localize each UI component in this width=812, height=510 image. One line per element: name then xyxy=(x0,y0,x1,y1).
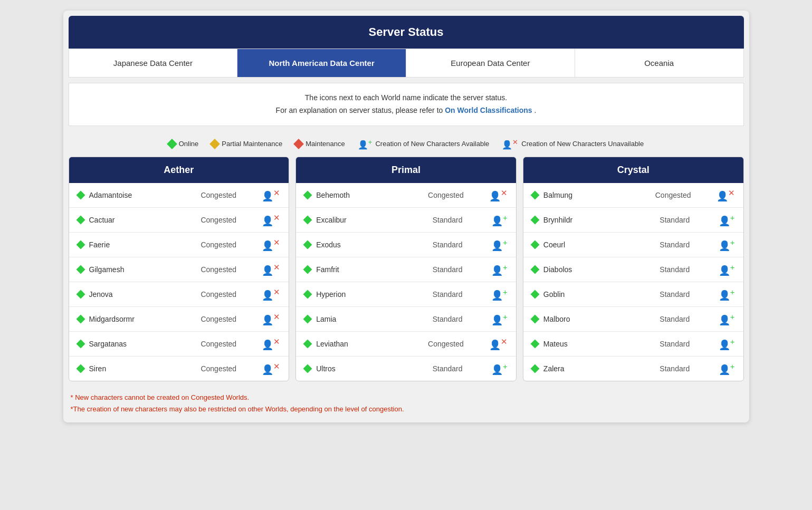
maintenance-diamond-icon xyxy=(293,139,304,149)
dc-aether-header: Aether xyxy=(69,157,289,183)
online-icon xyxy=(76,265,85,274)
char-unavail-icon: 👤✕ xyxy=(502,139,518,149)
server-status: Standard xyxy=(631,340,719,348)
info-box: The icons next to each World name indica… xyxy=(69,83,744,126)
tab-oceania[interactable]: Oceania xyxy=(575,49,743,77)
legend-char-avail-label: Creation of New Characters Available xyxy=(375,140,489,148)
tab-european[interactable]: European Data Center xyxy=(406,49,575,77)
server-name: Midgardsormr xyxy=(89,315,176,323)
server-name: Zalera xyxy=(543,364,631,373)
table-row: Goblin Standard 👤+ xyxy=(523,282,743,307)
table-row: Gilgamesh Congested 👤✕ xyxy=(69,257,289,282)
server-name: Exodus xyxy=(316,240,404,249)
online-icon xyxy=(303,265,312,274)
char-status-icon: 👤✕ xyxy=(262,337,280,351)
table-row: Cactuar Congested 👤✕ xyxy=(69,208,289,233)
table-row: Leviathan Congested 👤✕ xyxy=(296,332,516,357)
char-status-icon: 👤✕ xyxy=(262,362,280,376)
online-icon xyxy=(530,265,539,274)
char-status-icon: 👤✕ xyxy=(262,287,280,301)
legend-partial: Partial Maintenance xyxy=(211,140,282,148)
online-icon xyxy=(76,290,85,299)
table-row: Midgardsormr Congested 👤✕ xyxy=(69,307,289,332)
dc-primal: Primal Behemoth Congested 👤✕ Excalibur S… xyxy=(295,157,517,381)
online-icon xyxy=(303,190,312,199)
server-name: Ultros xyxy=(316,364,404,373)
server-name: Balmung xyxy=(543,191,630,199)
online-icon xyxy=(530,314,539,323)
server-name: Behemoth xyxy=(316,191,403,199)
char-status-icon: 👤✕ xyxy=(262,312,280,326)
online-icon xyxy=(303,290,312,299)
char-status-icon: 👤+ xyxy=(491,238,508,252)
table-row: Malboro Standard 👤+ xyxy=(523,307,743,332)
table-row: Sargatanas Congested 👤✕ xyxy=(69,332,289,357)
char-status-icon: 👤+ xyxy=(719,263,735,276)
tab-north-american[interactable]: North American Data Center xyxy=(237,49,406,77)
legend-maintenance: Maintenance xyxy=(295,140,345,148)
server-status: Congested xyxy=(175,265,262,274)
server-status: Standard xyxy=(631,290,719,299)
info-line1: The icons next to each World name indica… xyxy=(80,92,733,104)
tab-japanese[interactable]: Japanese Data Center xyxy=(69,49,238,77)
online-diamond-icon xyxy=(167,139,177,149)
server-status: Standard xyxy=(404,364,491,373)
server-name: Excalibur xyxy=(316,216,404,224)
page-title: Server Status xyxy=(69,16,744,49)
online-icon xyxy=(76,215,85,224)
server-status: Standard xyxy=(631,240,719,249)
char-status-icon: 👤+ xyxy=(491,263,508,276)
server-name: Adamantoise xyxy=(89,191,176,199)
main-container: Server Status Japanese Data Center North… xyxy=(63,11,749,422)
legend-char-unavail-label: Creation of New Characters Unavailable xyxy=(521,140,644,148)
table-row: Diabolos Standard 👤+ xyxy=(523,257,743,282)
char-status-icon: 👤+ xyxy=(491,287,508,301)
online-icon xyxy=(303,240,312,249)
online-icon xyxy=(530,290,539,299)
legend-online: Online xyxy=(168,140,199,148)
server-name: Hyperion xyxy=(316,290,404,299)
server-status: Congested xyxy=(175,240,262,249)
table-row: Jenova Congested 👤✕ xyxy=(69,282,289,307)
online-icon xyxy=(530,240,539,249)
datacenter-grid: Aether Adamantoise Congested 👤✕ Cactuar … xyxy=(63,157,749,387)
table-row: Famfrit Standard 👤+ xyxy=(296,257,516,282)
table-row: Ultros Standard 👤+ xyxy=(296,357,516,381)
online-icon xyxy=(303,215,312,224)
char-status-icon: 👤+ xyxy=(719,238,735,252)
char-status-icon: 👤✕ xyxy=(262,263,280,276)
online-icon xyxy=(303,339,312,348)
dc-primal-header: Primal xyxy=(296,157,516,183)
online-icon xyxy=(303,314,312,323)
table-row: Siren Congested 👤✕ xyxy=(69,357,289,381)
table-row: Balmung Congested 👤✕ xyxy=(523,183,743,208)
online-icon xyxy=(530,215,539,224)
table-row: Coeurl Standard 👤+ xyxy=(523,233,743,257)
legend: Online Partial Maintenance Maintenance 👤… xyxy=(63,131,749,157)
table-row: Excalibur Standard 👤+ xyxy=(296,208,516,233)
char-status-icon: 👤+ xyxy=(719,287,735,301)
info-line2: For an explanation on server status, ple… xyxy=(80,104,733,117)
world-classifications-link[interactable]: On World Classifications xyxy=(445,106,532,114)
dc-aether: Aether Adamantoise Congested 👤✕ Cactuar … xyxy=(69,157,290,381)
char-status-icon: 👤+ xyxy=(491,312,508,326)
server-status: Congested xyxy=(630,191,717,199)
online-icon xyxy=(76,314,85,323)
table-row: Hyperion Standard 👤+ xyxy=(296,282,516,307)
notes-section: * New characters cannot be created on Co… xyxy=(63,387,749,422)
server-status: Congested xyxy=(175,216,262,224)
legend-char-avail: 👤+ Creation of New Characters Available xyxy=(358,139,490,149)
online-icon xyxy=(530,190,539,199)
online-icon xyxy=(76,240,85,249)
server-name: Sargatanas xyxy=(89,340,176,348)
server-name: Faerie xyxy=(89,240,176,249)
char-status-icon: 👤+ xyxy=(719,337,735,351)
online-icon xyxy=(530,339,539,348)
server-status: Standard xyxy=(631,315,719,323)
server-name: Famfrit xyxy=(316,265,404,274)
tab-bar: Japanese Data Center North American Data… xyxy=(69,49,744,78)
server-name: Cactuar xyxy=(89,216,176,224)
server-status: Congested xyxy=(175,364,262,373)
dc-crystal-header: Crystal xyxy=(523,157,743,183)
char-status-icon: 👤+ xyxy=(719,362,735,376)
